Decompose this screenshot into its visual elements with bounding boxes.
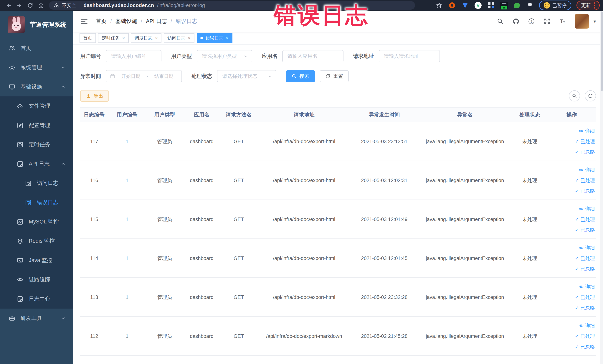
detail-link[interactable]: 详细 <box>579 322 595 329</box>
mark-processed-link[interactable]: ✓ 已处理 <box>575 333 595 340</box>
process-status-select[interactable]: 请选择处理状态 <box>217 70 276 82</box>
help-icon[interactable]: ? <box>528 18 535 25</box>
detail-link[interactable]: 详细 <box>579 206 595 212</box>
close-icon[interactable]: × <box>188 35 191 40</box>
scrollbar[interactable] <box>600 11 603 364</box>
mark-ignored-link[interactable]: ✓ 已忽略 <box>575 227 595 233</box>
avatar-caret-icon[interactable]: ▾ <box>593 19 596 24</box>
sidebar-item-api-log[interactable]: API 日志 <box>0 154 73 174</box>
mark-ignored-link[interactable]: ✓ 已忽略 <box>575 344 595 350</box>
mark-processed-link[interactable]: ✓ 已处理 <box>575 216 595 223</box>
scrollbar-thumb[interactable] <box>601 12 603 91</box>
kebab-menu-icon[interactable] <box>594 2 595 9</box>
user-type-select[interactable]: 请选择用户类型 <box>197 50 252 62</box>
check-icon: ✓ <box>575 149 579 155</box>
extension-vue-icon[interactable]: V <box>474 1 482 9</box>
fullscreen-icon[interactable] <box>544 18 551 25</box>
close-icon[interactable]: × <box>122 35 125 40</box>
mark-processed-link[interactable]: ✓ 已处理 <box>575 255 595 262</box>
browser-extensions: V on 已暂停 更新 <box>435 0 600 10</box>
check-icon: ✓ <box>575 333 579 339</box>
extension-orange-icon[interactable] <box>448 1 456 9</box>
breadcrumb-infra[interactable]: 基础设施 <box>116 18 137 25</box>
chevron-down-icon <box>61 65 66 70</box>
request-url-input[interactable] <box>379 50 440 62</box>
cell-exception-name: java.lang.IllegalArgumentException <box>418 256 512 261</box>
tab-label: 调度日志 <box>135 35 152 41</box>
field-label: 用户类型 <box>171 53 192 60</box>
mark-ignored-link[interactable]: ✓ 已忽略 <box>575 266 595 272</box>
sidebar-item-system[interactable]: 系统管理 <box>0 58 73 77</box>
reset-button[interactable]: 重置 <box>320 70 349 82</box>
close-icon[interactable]: × <box>155 35 158 40</box>
tab-schedule-log[interactable]: 调度日志 × <box>131 33 162 43</box>
extension-grid-icon[interactable] <box>487 1 495 9</box>
sidebar-item-scheduled-jobs[interactable]: 定时任务 <box>0 135 73 154</box>
date-range-picker[interactable]: 开始日期 - 结束日期 <box>106 70 182 82</box>
mark-processed-link[interactable]: ✓ 已处理 <box>575 294 595 301</box>
cell-status: 未处理 <box>512 216 547 223</box>
sidebar-item-access-log[interactable]: 访问日志 <box>0 174 73 193</box>
extension-on-icon[interactable]: on <box>500 1 508 9</box>
mark-ignored-link[interactable]: ✓ 已忽略 <box>575 305 595 311</box>
calendar-icon <box>110 74 115 79</box>
action-label: 详细 <box>585 206 595 212</box>
app-name-input[interactable] <box>282 50 344 62</box>
search-button[interactable]: 搜索 <box>286 70 315 82</box>
sidebar-item-home[interactable]: 首页 <box>0 39 73 58</box>
extension-shield-icon[interactable] <box>461 1 469 9</box>
sidebar-item-config-manage[interactable]: 配置管理 <box>0 116 73 135</box>
extensions-puzzle-icon[interactable] <box>526 1 534 9</box>
detail-link[interactable]: 详细 <box>579 283 595 290</box>
sidebar-item-label: 首页 <box>21 45 31 52</box>
refresh-table-button[interactable] <box>585 90 596 101</box>
detail-link[interactable]: 详细 <box>579 128 595 134</box>
sidebar-item-tracing[interactable]: 链路追踪 <box>0 270 73 289</box>
back-icon[interactable] <box>3 1 14 10</box>
bookmark-star-icon[interactable] <box>435 1 443 9</box>
breadcrumb-api-log[interactable]: API 日志 <box>146 18 167 25</box>
sidebar-item-dev-tools[interactable]: 研发工具 <box>0 309 73 328</box>
mark-ignored-link[interactable]: ✓ 已忽略 <box>575 188 595 194</box>
mark-ignored-link[interactable]: ✓ 已忽略 <box>575 149 595 155</box>
address-bar[interactable]: 不安全 | dashboard.yudao.iocoder.cn/infra/l… <box>49 1 415 10</box>
mark-processed-link[interactable]: ✓ 已处理 <box>575 138 595 145</box>
field-label: 用户编号 <box>80 53 101 60</box>
sidebar-item-file-manage[interactable]: 文件管理 <box>0 96 73 116</box>
home-icon[interactable] <box>35 1 46 10</box>
sidebar-item-infra[interactable]: 基础设施 <box>0 77 73 96</box>
search-icon[interactable] <box>497 18 504 25</box>
sidebar-item-java-monitor[interactable]: Java 监控 <box>0 251 73 270</box>
eye-icon <box>579 323 584 328</box>
breadcrumb-home[interactable]: 首页 <box>96 18 107 25</box>
user-avatar[interactable] <box>575 14 589 29</box>
sidebar-item-label: 日志中心 <box>29 295 50 303</box>
detail-link[interactable]: 详细 <box>579 245 595 251</box>
sidebar-item-redis-monitor[interactable]: Redis 监控 <box>0 231 73 251</box>
tab-access-log[interactable]: 访问日志 × <box>164 33 194 43</box>
reload-icon[interactable] <box>25 1 35 10</box>
user-id-input[interactable] <box>106 50 162 62</box>
tab-home[interactable]: 首页 <box>80 33 96 43</box>
github-icon[interactable] <box>512 18 519 25</box>
url-domain: dashboard.yudao.iocoder.cn <box>84 3 154 8</box>
column-header: 请求方法名 <box>220 111 257 118</box>
close-icon[interactable]: × <box>226 35 229 40</box>
detail-link[interactable]: 详细 <box>579 167 595 173</box>
tab-error-log[interactable]: 错误日志 × <box>197 33 232 43</box>
sidebar-item-log-center[interactable]: 日志中心 <box>0 289 73 309</box>
hamburger-icon[interactable] <box>80 17 88 25</box>
sidebar-item-error-log[interactable]: 错误日志 <box>0 193 73 212</box>
toggle-search-button[interactable] <box>569 90 580 101</box>
mark-processed-link[interactable]: ✓ 已处理 <box>575 177 595 184</box>
paused-chip[interactable]: 已暂停 <box>539 0 571 10</box>
tab-scheduled-jobs[interactable]: 定时任务 × <box>98 33 129 43</box>
extension-sprout-icon[interactable] <box>513 1 521 9</box>
update-button[interactable]: 更新 <box>577 0 600 10</box>
sidebar-item-mysql-monitor[interactable]: MySQL 监控 <box>0 212 73 231</box>
font-size-icon[interactable]: TT <box>559 18 566 25</box>
export-button[interactable]: 导出 <box>80 90 109 102</box>
log-edit-icon <box>25 199 32 206</box>
forward-icon[interactable] <box>14 1 25 10</box>
app-logo[interactable]: 芋道管理系统 <box>0 11 73 39</box>
